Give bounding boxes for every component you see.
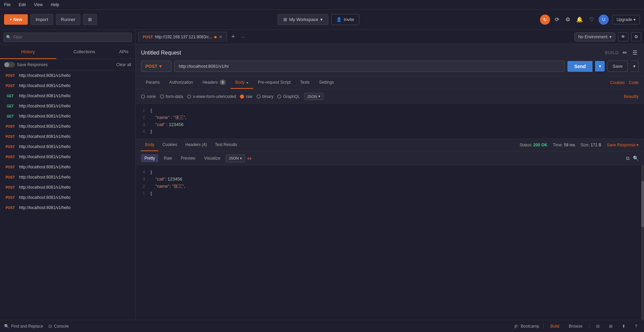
search-input[interactable] <box>3 33 132 42</box>
build-mode-button[interactable]: Build <box>548 323 562 330</box>
fmt-tab-raw[interactable]: Raw <box>160 154 175 162</box>
fmt-tab-preview[interactable]: Preview <box>177 154 199 162</box>
send-button[interactable]: Send <box>567 61 592 72</box>
req-tab-pre-request[interactable]: Pre-request Script <box>253 77 296 89</box>
resp-tab-test-results[interactable]: Test Results <box>211 139 241 151</box>
history-icon-btn[interactable]: ⟳ <box>554 15 561 24</box>
help-button[interactable]: ? <box>632 323 640 330</box>
list-item[interactable]: POST http://localhost:8081/v1/hello <box>0 121 135 131</box>
description-button[interactable]: ☰ <box>631 48 639 57</box>
upload-button[interactable]: ⬆ <box>619 323 628 330</box>
sidebar-tabs: History Collections APIs <box>0 45 135 59</box>
settings-icon-btn[interactable]: ⚙ <box>564 15 571 24</box>
settings-env-button[interactable]: ⚙ <box>631 32 641 41</box>
cookies-link-button[interactable]: Cookies <box>610 80 625 85</box>
clear-all-button[interactable]: Clear all <box>116 62 131 67</box>
line-number: 2 <box>136 114 149 121</box>
edit-title-button[interactable]: ✏ <box>621 48 628 57</box>
list-item[interactable]: POST http://localhost:8081/v1/hello <box>0 142 135 152</box>
request-body-editor[interactable]: 1{2 "name" : "张三",3 "call" : 1234564} <box>136 104 644 139</box>
request-tab-active[interactable]: POST http://192.168.137.121:8083/c... ✕ <box>138 32 227 42</box>
req-tab-authorization[interactable]: Authorization <box>164 77 198 89</box>
tab-close-icon[interactable]: ✕ <box>219 34 223 40</box>
console-item[interactable]: ⊡ Console <box>48 324 69 329</box>
sidebar-tab-apis[interactable]: APIs <box>113 45 135 59</box>
url-input[interactable] <box>174 61 565 72</box>
list-item[interactable]: POST http://localhost:8081/v1/hello <box>0 172 135 182</box>
list-item[interactable]: POST http://localhost:8081/v1/hello <box>0 192 135 203</box>
req-tab-headers[interactable]: Headers 8 <box>198 76 230 89</box>
bootcamp-label: Bootcamp <box>521 324 539 329</box>
copy-response-button[interactable]: ⧉ <box>626 155 629 161</box>
sidebar-tab-collections[interactable]: Collections <box>56 45 113 59</box>
history-url: http://localhost:8081/v1/hello <box>19 205 71 210</box>
find-replace-item[interactable]: 🔍 Find and Replace <box>4 324 43 329</box>
bell-icon-btn[interactable]: 🔔 <box>575 15 584 24</box>
save-response-button[interactable]: Save Response ▾ <box>607 143 639 147</box>
list-item[interactable]: POST http://localhost:8081/v1/hello <box>0 182 135 192</box>
workspace-button[interactable]: ⊞ My Workspace ▾ <box>278 14 328 25</box>
search-response-button[interactable]: 🔍 <box>633 155 639 161</box>
environment-dropdown[interactable]: No Environment ▾ <box>575 33 615 41</box>
body-raw-option[interactable]: raw <box>240 94 252 99</box>
browse-mode-button[interactable]: Browse <box>566 323 585 330</box>
two-panel-button[interactable]: ⊟ <box>593 323 602 330</box>
avatar[interactable]: U <box>599 15 609 25</box>
runner-button[interactable]: Runner <box>56 14 81 25</box>
save-button[interactable]: Save <box>607 61 628 72</box>
invite-button[interactable]: 👤 Invite <box>331 14 359 25</box>
sidebar-tab-history[interactable]: History <box>0 45 56 59</box>
list-item[interactable]: GET http://localhost:8081/v1/hello <box>0 101 135 111</box>
response-format-select[interactable]: JSON ▾ <box>226 154 245 162</box>
save-dropdown-button[interactable]: ▾ <box>630 61 639 72</box>
list-item[interactable]: POST http://localhost:8081/v1/hello <box>0 131 135 142</box>
list-item[interactable]: POST http://localhost:8081/v1/hello <box>0 203 135 213</box>
body-graphql-option[interactable]: GraphQL <box>277 94 300 99</box>
import-button[interactable]: Import <box>31 14 53 25</box>
body-none-option[interactable]: none <box>141 94 156 99</box>
more-tabs-button[interactable]: ··· <box>239 33 248 41</box>
req-tab-body[interactable]: Body ● <box>230 77 253 89</box>
req-tab-tests[interactable]: Tests <box>296 77 315 89</box>
body-urlencoded-option[interactable]: x-www-form-urlencoded <box>187 94 236 99</box>
list-item[interactable]: POST http://localhost:8081/v1/hello <box>0 162 135 172</box>
upgrade-button[interactable]: Upgrade ▾ <box>612 15 640 24</box>
list-item[interactable]: POST http://localhost:8081/v1/hello <box>0 152 135 162</box>
resp-tab-headers[interactable]: Headers (4) <box>181 139 211 151</box>
menu-file[interactable]: File <box>3 2 12 8</box>
list-item[interactable]: POST http://localhost:8081/v1/hello <box>0 70 135 81</box>
menu-edit[interactable]: Edit <box>17 2 27 8</box>
response-body-code[interactable]: 4}3 "call": 1234562 "name": "张三",1{ <box>136 165 644 320</box>
line-content: "name" : "张三", <box>149 114 644 121</box>
req-tab-settings[interactable]: Settings <box>315 77 339 89</box>
save-responses-toggle[interactable] <box>4 62 15 67</box>
heart-icon-btn[interactable]: ♡ <box>588 15 595 24</box>
body-form-data-option[interactable]: form-data <box>160 94 183 99</box>
list-item[interactable]: GET http://localhost:8081/v1/hello <box>0 111 135 121</box>
bootcamp-item[interactable]: 🎓 Bootcamp <box>514 324 539 329</box>
new-button[interactable]: + New <box>4 14 28 25</box>
three-panel-button[interactable]: ⊞ <box>606 323 615 330</box>
req-tab-params[interactable]: Params <box>141 77 164 89</box>
resp-tab-body[interactable]: Body <box>141 139 158 151</box>
sync-button[interactable]: ↻ <box>540 15 550 25</box>
add-tab-button[interactable]: + <box>228 32 238 42</box>
json-type-select[interactable]: JSON ▾ <box>304 93 323 100</box>
menu-help[interactable]: Help <box>49 2 61 8</box>
wrap-lines-button[interactable]: ⇔ <box>247 155 251 162</box>
radio-none <box>141 95 145 99</box>
eye-button[interactable]: 👁 <box>618 32 628 41</box>
view-toggle-button[interactable]: ⊞ <box>83 14 97 25</box>
code-link-button[interactable]: Code <box>629 80 639 85</box>
menu-view[interactable]: View <box>33 2 44 8</box>
request-title-row: Untitled Request BUILD ✏ ☰ <box>141 48 639 57</box>
list-item[interactable]: GET http://localhost:8081/v1/hello <box>0 91 135 101</box>
body-binary-option[interactable]: binary <box>257 94 274 99</box>
fmt-tab-visualize[interactable]: Visualize <box>201 154 224 162</box>
resp-tab-cookies[interactable]: Cookies <box>158 139 181 151</box>
send-dropdown-button[interactable]: ▾ <box>595 61 605 71</box>
method-select[interactable]: POST ▾ <box>141 61 172 72</box>
beautify-button[interactable]: Beautify <box>624 94 639 99</box>
list-item[interactable]: POST http://localhost:8081/v1/hello <box>0 81 135 91</box>
fmt-tab-pretty[interactable]: Pretty <box>141 154 158 162</box>
